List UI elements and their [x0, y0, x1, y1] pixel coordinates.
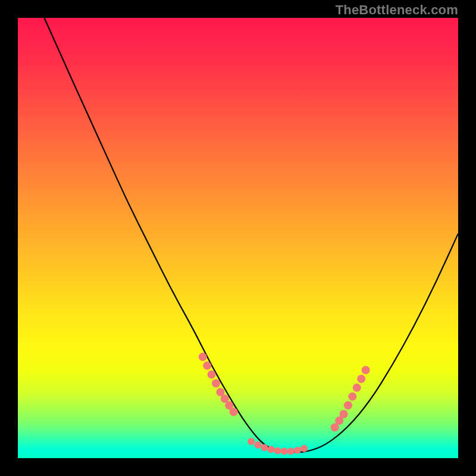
curve-marker — [199, 353, 207, 361]
curve-marker — [281, 447, 288, 455]
curve-marker — [248, 438, 255, 445]
curve-marker — [261, 444, 268, 451]
watermark-text: TheBottleneck.com — [336, 2, 458, 18]
chart-frame: TheBottleneck.com — [0, 0, 476, 476]
curve-svg — [18, 18, 458, 458]
curve-marker — [212, 379, 220, 387]
curve-marker — [344, 401, 352, 409]
curve-marker — [294, 447, 301, 454]
curve-marker — [357, 375, 365, 383]
marker-cluster-left — [199, 353, 238, 416]
plot-area — [18, 18, 458, 458]
curve-marker — [230, 408, 238, 416]
bottleneck-curve — [44, 18, 458, 452]
curve-marker — [203, 362, 211, 370]
curve-marker — [254, 441, 261, 449]
curve-marker — [287, 447, 295, 455]
marker-cluster-valley — [248, 438, 308, 455]
curve-marker — [340, 410, 348, 418]
curve-marker — [208, 370, 216, 378]
curve-marker — [362, 366, 370, 374]
curve-marker — [274, 447, 281, 454]
curve-marker — [353, 384, 361, 392]
curve-marker — [300, 445, 308, 452]
curve-marker — [268, 446, 275, 453]
marker-cluster-right — [331, 366, 370, 431]
curve-marker — [348, 392, 356, 400]
